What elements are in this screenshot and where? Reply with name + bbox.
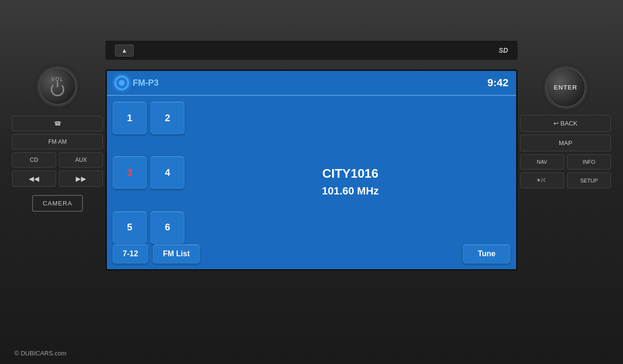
right-btn-group: ↩ BACK MAP NAV INFO ☀/☾ SETUP [520, 115, 611, 188]
map-button[interactable]: MAP [520, 135, 611, 151]
car-head-unit: ▲ SD VOL ☎ FM·AM CD AUX ◀◀ ▶▶ CAMERA [0, 0, 623, 364]
fm-badge: FM-P3 [115, 76, 159, 90]
radio-icon [115, 76, 129, 90]
station-name: CITY1016 [322, 166, 378, 181]
preset-3[interactable]: 3 [113, 156, 147, 189]
info-button[interactable]: INFO [567, 154, 611, 170]
phone-button[interactable]: ☎ [12, 116, 103, 131]
back-button[interactable]: ↩ BACK [520, 115, 611, 132]
fm-label: FM-P3 [133, 78, 159, 88]
setup-button[interactable]: SETUP [567, 172, 611, 188]
prev-next-row: ◀◀ ▶▶ [12, 171, 103, 187]
left-btn-group: ☎ FM·AM CD AUX ◀◀ ▶▶ [12, 116, 103, 187]
brightness-button[interactable]: ☀/☾ [520, 172, 564, 188]
main-screen: FM-P3 9:42 1 2 3 4 5 6 CITY1016 101.60 M… [105, 69, 518, 271]
preset-grid: 1 2 3 4 5 6 [113, 102, 185, 262]
camera-button[interactable]: CAMERA [32, 195, 83, 212]
preset-5[interactable]: 5 [113, 211, 147, 244]
brightness-setup-row: ☀/☾ SETUP [520, 172, 611, 188]
prev-button[interactable]: ◀◀ [12, 171, 56, 187]
next-button[interactable]: ▶▶ [59, 171, 103, 187]
screen-body: 1 2 3 4 5 6 CITY1016 101.60 MHz [107, 96, 516, 268]
preset-4[interactable]: 4 [150, 156, 185, 189]
sd-label: SD [499, 46, 508, 54]
watermark: © DUBICARS.com [14, 350, 67, 357]
nav-button[interactable]: NAV [520, 154, 564, 170]
nav-info-row: NAV INFO [520, 154, 611, 170]
preset-6[interactable]: 6 [150, 211, 185, 244]
cd-aux-row: CD AUX [12, 152, 103, 168]
eject-button[interactable]: ▲ [115, 45, 134, 57]
station-info: CITY1016 101.60 MHz [190, 102, 510, 262]
top-strip: ▲ SD [105, 41, 518, 60]
right-controls: ENTER ↩ BACK MAP NAV INFO ☀/☾ SETUP [520, 67, 611, 321]
fmam-button[interactable]: FM·AM [12, 134, 103, 149]
station-freq: 101.60 MHz [322, 185, 379, 197]
cd-button[interactable]: CD [12, 152, 56, 168]
btn-tune[interactable]: Tune [463, 244, 510, 263]
preset-1[interactable]: 1 [113, 102, 147, 134]
vol-knob[interactable]: VOL [38, 67, 77, 105]
power-icon [51, 83, 64, 96]
aux-button[interactable]: AUX [59, 152, 103, 168]
btn-fmlist[interactable]: FM List [153, 244, 200, 263]
btn-712[interactable]: 7-12 [113, 244, 148, 263]
left-controls: VOL ☎ FM·AM CD AUX ◀◀ ▶▶ CAMERA [12, 67, 103, 321]
preset-2[interactable]: 2 [150, 102, 185, 134]
time-display: 9:42 [487, 77, 508, 89]
enter-knob[interactable]: ENTER [545, 67, 586, 108]
screen-bottom-buttons: 7-12 FM List Tune [113, 244, 510, 263]
screen-header: FM-P3 9:42 [107, 71, 516, 96]
